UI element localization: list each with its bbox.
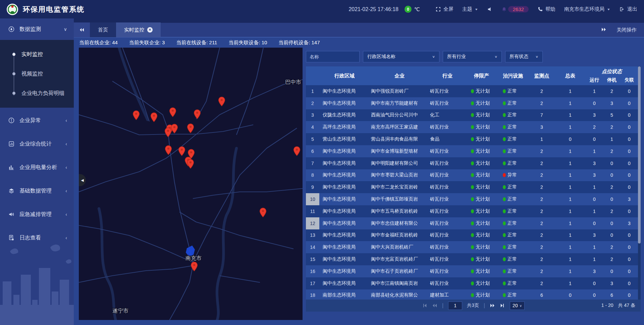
name-search-input[interactable] — [306, 51, 360, 62]
cell-stop-status: 无计划 — [466, 136, 497, 142]
table-row[interactable]: 2 阆中生态环境局 阆中市南方节能建材有 砖瓦行业 无计划 正常 2 1 0 3… — [306, 97, 641, 109]
region-select[interactable]: 行政区域名称∨ — [363, 51, 439, 62]
table-row[interactable]: 1 阆中生态环境局 阆中强锐页岩砖厂 砖瓦行业 无计划 正常 2 1 1 2 0 — [306, 85, 641, 97]
cell-monitor-count: 6 — [529, 292, 555, 298]
cell-region: 阆中生态环境局 — [319, 100, 370, 106]
sound-toggle-button[interactable] — [487, 6, 493, 12]
table-row[interactable]: 7 阆中生态环境局 阆中明阳建材有限公司 砖瓦行业 无计划 正常 2 1 3 0… — [306, 157, 641, 169]
chevron-icon: ‹ — [65, 212, 67, 217]
next-page-button[interactable] — [490, 303, 495, 308]
status-dot — [471, 161, 474, 165]
table-row[interactable]: 16 阆中生态环境局 阆中市石子页岩机砖厂 砖瓦行业 无计划 正常 2 1 3 … — [306, 265, 641, 277]
table-row[interactable]: 6 阆中生态环境局 阆中市金博瑞新型墙材 砖瓦行业 无计划 正常 2 1 1 2… — [306, 145, 641, 157]
enterprise-alert-icon — [8, 117, 15, 124]
stat-label: 当前在线设备: — [176, 40, 208, 45]
cell-meter-count: 1 — [555, 89, 586, 94]
cell-lost-count: 0 — [621, 257, 638, 262]
sidebar-item-企业综合统计[interactable]: 企业综合统计 ‹ — [0, 133, 74, 155]
cell-lost-count: 0 — [621, 209, 638, 214]
status-dot — [471, 89, 474, 93]
status-dot — [471, 209, 474, 213]
col-point-status-group: 点位状态 运行 停机 失联 — [586, 66, 638, 85]
cell-region: 南部生态环境局 — [319, 292, 370, 298]
first-page-button[interactable] — [422, 303, 427, 308]
temperature: 0 ℃ — [405, 6, 420, 13]
sidebar-subitem-label: 实时监控 — [21, 51, 43, 58]
cell-facility-status: 正常 — [497, 148, 529, 154]
table-row[interactable]: 5 营山生态环境局 营山县润丰肉食品有限 食品 无计划 正常 1 0 0 1 0 — [306, 133, 641, 145]
col-facility: 治污设施 — [497, 66, 529, 85]
cell-region: 仪陇生态环境局 — [319, 112, 370, 118]
status-dot — [471, 221, 474, 225]
user-dropdown[interactable]: 南充市生态环境局▼ — [564, 6, 610, 12]
status-dot — [503, 185, 506, 189]
sidebar-subitem[interactable]: 实时监控 — [0, 45, 74, 64]
theme-dropdown[interactable]: 主题▼ — [462, 6, 478, 12]
table-row[interactable]: 18 南部生态环境局 南部县硅化水泥有限公 建材加工 无计划 正常 6 0 0 … — [306, 289, 641, 300]
fullscreen-button[interactable]: 全屏 — [435, 6, 453, 12]
table-row[interactable]: 11 阆中生态环境局 阆中市五马桥页岩机砖 砖瓦行业 无计划 正常 2 1 1 … — [306, 205, 641, 217]
table-row[interactable]: 8 阆中生态环境局 阆中市枣碧大梁山页岩 砖瓦行业 无计划 异常 2 1 3 0… — [306, 169, 641, 181]
cell-lost-count: 0 — [621, 161, 638, 166]
stat-label: 当前失联设备: — [228, 40, 260, 45]
scrollbar-thumb[interactable] — [638, 66, 641, 243]
sidebar-item-label: 日志查看 — [19, 234, 41, 241]
table-row[interactable]: 17 阆中生态环境局 阆中市江南镇阆南页岩 砖瓦行业 无计划 正常 2 1 0 … — [306, 277, 641, 289]
tab-实时监控[interactable]: 实时监控 ✕ — [116, 22, 161, 37]
cell-stop-status: 无计划 — [466, 112, 497, 118]
cell-monitor-count: 2 — [529, 89, 555, 94]
sidebar-item-数据监测[interactable]: 数据监测 ∨ — [0, 18, 74, 40]
table-row[interactable]: 3 仪陇生态环境局 西南油气田分公司川中 化工 无计划 正常 7 1 3 5 0 — [306, 109, 641, 121]
help-button[interactable]: 帮助 — [537, 6, 555, 12]
industry-select[interactable]: 所有行业∨ — [443, 51, 502, 62]
cell-industry: 砖瓦行业 — [429, 280, 466, 286]
cell-company: 阆中市五马桥页岩机砖 — [370, 208, 429, 214]
cell-lost-count: 3 — [621, 221, 638, 226]
prev-page-button[interactable] — [432, 303, 437, 308]
last-page-button[interactable] — [500, 303, 505, 308]
app-title: 环保用电监管系统 — [23, 5, 85, 14]
cell-halt-count: 2 — [603, 257, 621, 262]
cell-monitor-count: 2 — [529, 101, 555, 106]
tabs-scroll-left-button[interactable] — [74, 22, 90, 37]
map-panel[interactable]: 巴中市南充市遂宁市 ◀ — [79, 48, 303, 320]
cell-stop-status: 无计划 — [466, 208, 497, 214]
table-row[interactable]: 14 阆中生态环境局 阆中大兴页岩机砖厂 砖瓦行业 无计划 正常 2 1 1 2… — [306, 241, 641, 253]
speaker-icon — [487, 6, 493, 12]
cell-stop-status: 无计划 — [466, 148, 497, 154]
sidebar-subitem[interactable]: 企业电力负荷明细 — [0, 84, 74, 103]
sidebar-item-应急减排管理[interactable]: 应急减排管理 ‹ — [0, 204, 74, 225]
map-canvas[interactable]: 巴中市南充市遂宁市 — [79, 48, 303, 320]
table-row[interactable]: 15 阆中生态环境局 阆中市光富页岩机砖厂 砖瓦行业 无计划 正常 2 1 1 … — [306, 253, 641, 265]
page-number-input[interactable] — [448, 302, 462, 310]
status-select[interactable]: 所有状态∨ — [505, 51, 543, 62]
cell-meter-count: 1 — [555, 281, 586, 286]
sidebar-item-企业异常[interactable]: 企业异常 ‹ — [0, 110, 74, 131]
table-row[interactable]: 13 阆中生态环境局 阆中市金福旺页岩机砖 砖瓦行业 无计划 正常 2 1 3 … — [306, 229, 641, 241]
cell-monitor-count: 2 — [529, 172, 555, 178]
tab-首页[interactable]: 首页 — [90, 22, 116, 37]
table-row[interactable]: 4 高坪生态环境局 南充市高坪区王家店建 砖瓦行业 无计划 正常 3 1 2 2… — [306, 121, 641, 133]
sidebar-subitem[interactable]: 视频监控 — [0, 64, 74, 84]
notifications-button[interactable]: 2632 — [501, 6, 529, 12]
sidebar-item-基础数据管理[interactable]: 基础数据管理 ‹ — [0, 180, 74, 202]
tabs-scroll-right-button[interactable] — [601, 27, 606, 33]
row-number: 6 — [306, 145, 319, 157]
tab-close-icon[interactable]: ✕ — [147, 27, 153, 33]
table-row[interactable]: 9 阆中生态环境局 阆中市二龙长宝页岩砖 砖瓦行业 无计划 正常 2 1 1 2… — [306, 181, 641, 193]
sidebar-item-日志查看[interactable]: 日志查看 ‹ — [0, 227, 74, 249]
table-scrollbar[interactable] — [638, 66, 641, 300]
cell-company: 阆中市金博瑞新型墙材 — [370, 148, 429, 154]
table-row[interactable]: 12 阆中生态环境局 阆中市忠信建材有限公 砖瓦行业 无计划 正常 2 1 0 … — [306, 217, 641, 229]
cell-stop-status: 无计划 — [466, 232, 497, 238]
enterprise-panel: 行政区域名称∨ 所有行业∨ 所有状态∨ 行政区域 企业 行业 停限产 治污设施 — [306, 48, 641, 320]
status-dot — [503, 209, 506, 213]
sidebar-menu: 数据监测 ∨ 实时监控 视频监控 企业电力负荷明细 企业异常 ‹ 企业综合统计 … — [0, 18, 74, 249]
main-content: 当前在线企业:44 当前失联企业:3 当前在线设备:211 当前失联设备:10 … — [74, 38, 644, 325]
enterprise-stats-icon — [8, 141, 15, 147]
logout-button[interactable]: 退出 — [619, 6, 637, 12]
table-row[interactable]: 10 阆中生态环境局 阆中千佛镇五郎垭页岩 砖瓦行业 无计划 正常 2 1 0 … — [306, 193, 641, 205]
close-operations-button[interactable]: 关闭操作 — [616, 27, 637, 33]
sidebar-item-企业用电量分析[interactable]: 企业用电量分析 ‹ — [0, 157, 74, 178]
page-size-select[interactable]: 20∨ — [510, 302, 525, 310]
